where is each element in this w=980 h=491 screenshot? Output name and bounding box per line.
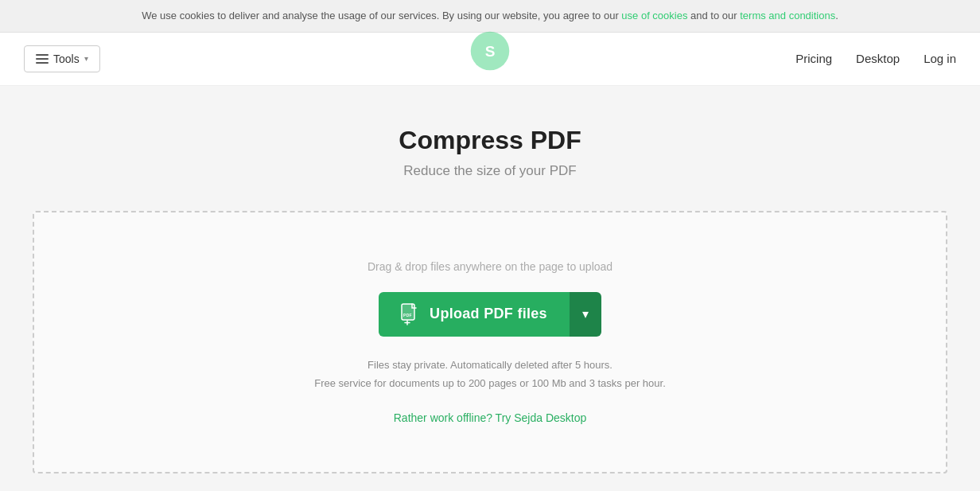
sejda-logo: S [469,30,511,72]
cookie-text-between: and to our [687,10,740,21]
page-wrapper: We use cookies to deliver and analyse th… [0,0,980,491]
cookie-link-cookies[interactable]: use of cookies [621,10,687,21]
pricing-link[interactable]: Pricing [795,52,832,65]
logo-area: S [469,30,511,75]
cookie-link-terms[interactable]: terms and conditions [740,10,835,21]
cookie-banner: We use cookies to deliver and analyse th… [0,0,980,33]
upload-file-icon: PDF [401,303,420,325]
navbar-left: Tools ▾ [24,45,100,72]
offline-link[interactable]: Rather work offline? Try Sejda Desktop [394,411,587,424]
dropdown-arrow-icon: ▾ [582,306,589,321]
upload-dropdown-button[interactable]: ▾ [570,292,601,337]
tools-chevron-icon: ▾ [84,54,88,63]
navbar-right: Pricing Desktop Log in [795,52,956,65]
svg-text:S: S [485,43,496,60]
desktop-link[interactable]: Desktop [856,52,900,65]
svg-text:PDF: PDF [403,313,412,318]
tools-button[interactable]: Tools ▾ [24,45,100,72]
cookie-text-after: . [835,10,838,21]
main-content: Compress PDF Reduce the size of your PDF… [0,86,980,492]
upload-btn-label: Upload PDF files [430,306,547,322]
page-subtitle: Reduce the size of your PDF [403,163,576,179]
navbar: Tools ▾ S Pricing Desktop Log in [0,33,980,86]
login-link[interactable]: Log in [924,52,956,65]
info-line2: Free service for documents up to 200 pag… [314,374,666,392]
tools-label: Tools [53,53,80,65]
drop-zone[interactable]: Drag & drop files anywhere on the page t… [33,211,947,474]
drop-zone-text: Drag & drop files anywhere on the page t… [368,260,612,273]
page-title: Compress PDF [399,126,581,155]
upload-pdf-button[interactable]: PDF Upload PDF files [379,292,570,337]
hamburger-icon [36,54,49,64]
info-text: Files stay private. Automatically delete… [314,356,666,393]
info-line1: Files stay private. Automatically delete… [314,356,666,374]
upload-button-container: PDF Upload PDF files ▾ [379,292,601,337]
cookie-text-before: We use cookies to deliver and analyse th… [142,10,621,21]
